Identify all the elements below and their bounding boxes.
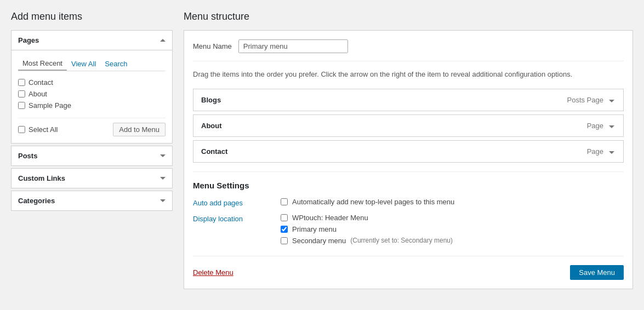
page-contact-checkbox[interactable]: [18, 79, 25, 86]
tab-view-all[interactable]: View All: [67, 57, 100, 71]
posts-chevron-down-icon: [160, 154, 166, 157]
left-panel: Add menu items Pages Most Recent View Al…: [11, 11, 173, 299]
pages-accordion: Pages Most Recent View All Search Contac…: [11, 30, 173, 143]
auto-add-option-text: Automatically add new top-level pages to…: [292, 198, 454, 206]
page-contact-label: Contact: [29, 78, 53, 87]
contact-chevron-down-icon: [609, 151, 614, 154]
menu-item-contact[interactable]: Contact Page: [193, 140, 624, 163]
categories-label: Categories: [18, 197, 55, 205]
custom-links-label: Custom Links: [18, 174, 65, 182]
categories-chevron-down-icon: [160, 199, 166, 202]
location-secondary-label: Secondary menu: [292, 237, 346, 245]
menu-item-contact-label: Contact: [201, 147, 227, 156]
pages-label: Pages: [18, 36, 39, 44]
menu-item-blogs-label: Blogs: [201, 96, 221, 104]
auto-add-label: Auto add pages: [193, 198, 281, 207]
save-menu-button[interactable]: Save Menu: [570, 265, 624, 280]
menu-item-about-right: Page: [587, 120, 615, 131]
menu-name-label: Menu Name: [193, 42, 232, 50]
menu-item-about-expand-button[interactable]: [608, 120, 615, 131]
categories-accordion: Categories: [11, 191, 173, 211]
custom-links-accordion: Custom Links: [11, 168, 173, 188]
location-secondary-checkbox[interactable]: [281, 237, 288, 244]
auto-add-option[interactable]: Automatically add new top-level pages to…: [281, 198, 454, 206]
drag-hint: Drag the items into the order you prefer…: [193, 69, 624, 80]
pages-tabs: Most Recent View All Search: [18, 57, 166, 71]
tab-most-recent[interactable]: Most Recent: [18, 57, 67, 71]
posts-accordion: Posts: [11, 146, 173, 166]
left-panel-title: Add menu items: [11, 11, 173, 22]
auto-add-checkbox[interactable]: [281, 198, 288, 205]
menu-items-list: Blogs Posts Page About Page: [193, 89, 624, 163]
menu-name-input[interactable]: [238, 39, 348, 53]
menu-item-blogs-type: Posts Page: [567, 96, 604, 104]
menu-settings-title: Menu Settings: [193, 181, 624, 190]
page-sample-label: Sample Page: [29, 101, 71, 110]
page-sample-item[interactable]: Sample Page: [18, 100, 166, 111]
menu-settings: Menu Settings Auto add pages Automatical…: [193, 171, 624, 280]
menu-item-blogs-right: Posts Page: [567, 95, 616, 105]
right-panel-title: Menu structure: [184, 11, 633, 22]
tab-search[interactable]: Search: [100, 57, 132, 71]
page-sample-checkbox[interactable]: [18, 102, 25, 109]
page-about-item[interactable]: About: [18, 88, 166, 100]
location-primary-option[interactable]: Primary menu: [281, 225, 453, 233]
right-panel: Menu structure Menu Name Drag the items …: [184, 11, 633, 299]
about-chevron-down-icon: [609, 125, 614, 128]
select-all-checkbox[interactable]: [18, 126, 25, 133]
menu-item-contact-expand-button[interactable]: [608, 146, 615, 157]
display-location-options: WPtouch: Header Menu Primary menu Second…: [281, 214, 453, 245]
select-all-label-text: Select All: [29, 125, 58, 134]
display-location-label: Display location: [193, 214, 281, 245]
categories-accordion-header[interactable]: Categories: [12, 191, 172, 210]
blogs-chevron-down-icon: [609, 100, 614, 102]
location-wptouch-checkbox[interactable]: [281, 214, 288, 221]
location-wptouch-option[interactable]: WPtouch: Header Menu: [281, 214, 453, 222]
menu-item-contact-type: Page: [587, 147, 603, 156]
pages-accordion-content: Most Recent View All Search Contact Abou…: [12, 50, 172, 143]
menu-name-row: Menu Name: [193, 39, 624, 61]
page-contact-item[interactable]: Contact: [18, 77, 166, 88]
select-all-row: Select All Add to Menu: [18, 118, 166, 136]
pages-chevron-up-icon: [160, 39, 166, 42]
add-to-menu-button[interactable]: Add to Menu: [113, 123, 166, 136]
custom-links-accordion-header[interactable]: Custom Links: [12, 169, 172, 188]
menu-structure-box: Menu Name Drag the items into the order …: [184, 30, 633, 289]
menu-footer: Delete Menu Save Menu: [193, 256, 624, 280]
menu-item-blogs[interactable]: Blogs Posts Page: [193, 89, 624, 111]
location-wptouch-label: WPtouch: Header Menu: [292, 214, 368, 222]
menu-item-about[interactable]: About Page: [193, 114, 624, 137]
location-secondary-note: (Currently set to: Secondary menu): [350, 237, 453, 244]
page-about-checkbox[interactable]: [18, 90, 25, 97]
auto-add-row: Auto add pages Automatically add new top…: [193, 198, 624, 207]
pages-checkbox-list: Contact About Sample Page: [18, 77, 166, 111]
location-primary-checkbox[interactable]: [281, 226, 288, 233]
posts-accordion-header[interactable]: Posts: [12, 146, 172, 165]
menu-item-contact-right: Page: [587, 146, 615, 157]
auto-add-options: Automatically add new top-level pages to…: [281, 198, 454, 207]
menu-item-about-label: About: [201, 122, 222, 130]
custom-links-chevron-down-icon: [160, 177, 166, 180]
page-about-label: About: [29, 90, 47, 98]
location-secondary-option[interactable]: Secondary menu (Currently set to: Second…: [281, 237, 453, 245]
menu-item-blogs-expand-button[interactable]: [608, 95, 615, 105]
menu-item-about-type: Page: [587, 122, 603, 130]
pages-accordion-header[interactable]: Pages: [12, 31, 172, 50]
posts-label: Posts: [18, 152, 37, 160]
location-primary-label: Primary menu: [292, 225, 337, 233]
delete-menu-button[interactable]: Delete Menu: [193, 268, 233, 277]
select-all-item[interactable]: Select All: [18, 125, 58, 134]
display-location-row: Display location WPtouch: Header Menu Pr…: [193, 214, 624, 245]
